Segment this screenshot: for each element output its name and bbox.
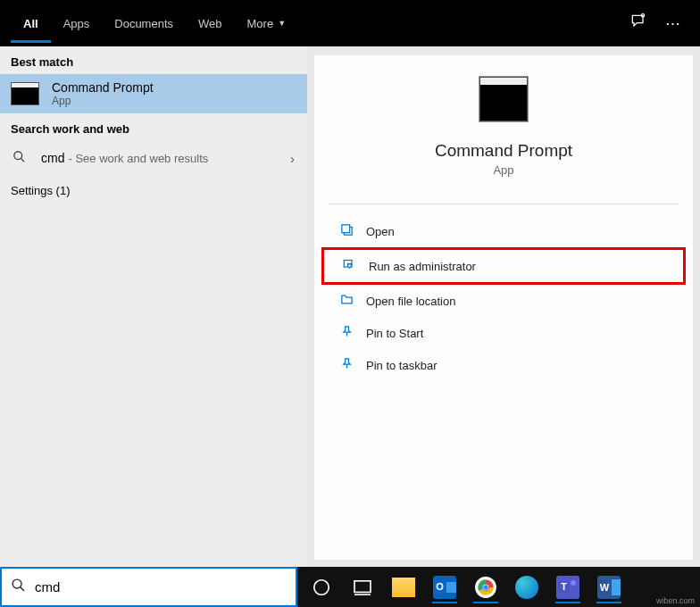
result-subtitle: App <box>52 95 296 107</box>
action-run-as-administrator[interactable]: Run as administrator <box>321 247 686 285</box>
action-open-label: Open <box>366 225 395 238</box>
feedback-icon[interactable] <box>621 12 656 35</box>
search-icon <box>11 578 26 597</box>
action-pin-taskbar-label: Pin to taskbar <box>366 359 438 372</box>
tab-more[interactable]: More ▼ <box>235 4 299 43</box>
watermark: wiben.com <box>656 596 695 605</box>
tab-documents[interactable]: Documents <box>102 4 186 43</box>
search-scope-tabs: All Apps Documents Web More ▼ ⋯ <box>0 0 700 46</box>
action-open-location-label: Open file location <box>366 295 455 308</box>
tab-apps[interactable]: Apps <box>51 4 103 43</box>
taskbar: O T W <box>297 567 700 607</box>
chevron-down-icon: ▼ <box>278 19 286 28</box>
preview-subtitle: App <box>314 163 693 177</box>
search-icon <box>11 150 27 166</box>
tab-web[interactable]: Web <box>186 4 235 43</box>
svg-rect-12 <box>446 582 456 593</box>
edge-icon <box>515 576 538 599</box>
tab-all[interactable]: All <box>11 4 51 43</box>
command-prompt-icon <box>11 82 39 105</box>
divider <box>329 204 679 204</box>
folder-icon <box>392 578 415 597</box>
action-pin-start-label: Pin to Start <box>366 327 423 340</box>
search-box[interactable] <box>0 567 297 607</box>
svg-rect-3 <box>341 225 349 233</box>
taskbar-word[interactable]: W <box>590 570 628 605</box>
taskbar-file-explorer[interactable] <box>385 570 422 605</box>
svg-point-19 <box>571 580 576 586</box>
svg-line-6 <box>21 586 24 590</box>
web-hint: - See work and web results <box>68 152 208 165</box>
pin-taskbar-icon <box>338 357 355 373</box>
search-web-header: Search work and web <box>0 113 307 141</box>
svg-text:T: T <box>561 581 567 592</box>
settings-header[interactable]: Settings (1) <box>0 175 307 206</box>
pin-start-icon <box>338 325 355 341</box>
preview-title: Command Prompt <box>314 141 693 161</box>
svg-text:W: W <box>600 582 610 593</box>
taskbar-cortana[interactable] <box>303 570 340 605</box>
web-term: cmd <box>41 151 64 165</box>
taskbar-edge[interactable] <box>508 570 546 605</box>
result-title: Command Prompt <box>52 80 296 95</box>
folder-icon <box>338 293 355 309</box>
svg-point-5 <box>12 579 21 588</box>
chrome-icon <box>474 576 497 599</box>
preview-panel: Command Prompt App Open Run as administr… <box>314 55 693 560</box>
search-input[interactable] <box>35 579 287 595</box>
svg-text:O: O <box>436 581 444 592</box>
action-run-admin-label: Run as administrator <box>369 260 476 273</box>
taskbar-outlook[interactable]: O <box>426 570 463 605</box>
action-pin-to-start[interactable]: Pin to Start <box>321 317 686 349</box>
taskbar-task-view[interactable] <box>344 570 381 605</box>
svg-point-7 <box>314 579 329 595</box>
chevron-right-icon: › <box>290 151 295 166</box>
taskbar-chrome[interactable] <box>467 570 504 605</box>
svg-rect-8 <box>354 580 371 592</box>
outlook-icon: O <box>433 576 456 599</box>
results-panel: Best match Command Prompt App Search wor… <box>0 46 307 567</box>
svg-line-2 <box>21 158 24 162</box>
word-icon: W <box>597 576 621 599</box>
taskbar-teams[interactable]: T <box>549 570 587 605</box>
action-pin-to-taskbar[interactable]: Pin to taskbar <box>321 349 686 381</box>
best-match-header: Best match <box>0 46 307 74</box>
open-icon <box>338 223 355 239</box>
web-result-cmd[interactable]: cmd - See work and web results › <box>0 141 307 175</box>
admin-shield-icon <box>340 258 358 274</box>
svg-point-16 <box>483 585 488 589</box>
result-command-prompt[interactable]: Command Prompt App <box>0 74 307 113</box>
teams-icon: T <box>556 576 579 599</box>
tab-more-label: More <box>247 17 274 30</box>
action-open-file-location[interactable]: Open file location <box>321 285 686 317</box>
more-options-icon[interactable]: ⋯ <box>656 14 689 33</box>
svg-rect-22 <box>612 579 621 595</box>
svg-point-1 <box>13 152 21 160</box>
action-open[interactable]: Open <box>321 215 686 247</box>
command-prompt-large-icon <box>479 77 528 121</box>
